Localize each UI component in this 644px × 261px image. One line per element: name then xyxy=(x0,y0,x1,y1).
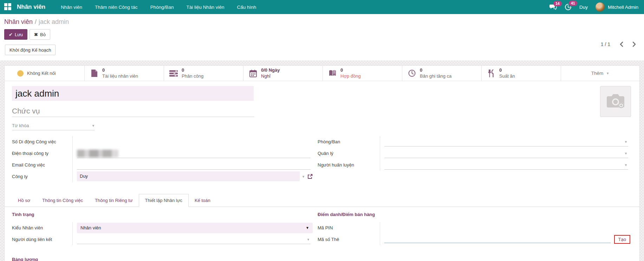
stat-button-documents[interactable]: 0Tài liệu nhân viên xyxy=(85,66,164,81)
tasks-icon xyxy=(169,70,178,77)
tab-work-information[interactable]: Thông tin Công việc xyxy=(36,194,89,207)
launch-plan-button[interactable]: Khởi động Kế hoạch xyxy=(5,45,56,55)
stat-button-time-off[interactable]: 0/0 NgàyNghỉ xyxy=(243,66,323,81)
status-group-title: Tình trạng xyxy=(12,212,313,217)
status-dot-icon xyxy=(17,70,24,77)
pager-value: 1 / 1 xyxy=(601,41,610,47)
apps-grid-icon[interactable] xyxy=(4,3,12,11)
left-field-group: Số Di động Công việc Điện thoại công ty … xyxy=(12,136,313,182)
employee-form-page: Nhân viên Nhân viên Thâm niên Công tác P… xyxy=(0,0,644,261)
camera-icon xyxy=(606,93,625,110)
caret-down-icon: ▼ xyxy=(624,152,627,155)
notebook-tabs: Hồ sơ Thông tin Công việc Thông tin Riên… xyxy=(5,193,639,207)
work-email-label: Email Công việc xyxy=(12,162,72,168)
coach-label: Người huấn luyện xyxy=(318,162,380,168)
coach-input[interactable]: ▼ xyxy=(380,159,628,171)
department-input[interactable]: ▼ xyxy=(380,136,628,148)
messages-badge: 14 xyxy=(553,1,562,6)
badge-id-input[interactable]: Tạo xyxy=(380,234,630,245)
attendance-pos-group-title: Điểm danh/Điểm bán hàng xyxy=(318,212,630,217)
breadcrumb-parent[interactable]: Nhân viên xyxy=(4,18,33,25)
attendance-pos-group: Điểm danh/Điểm bán hàng Mã PIN Mã số Thẻ… xyxy=(318,212,630,245)
tags-input[interactable]: Từ khóa▼ xyxy=(12,121,95,130)
discard-button[interactable]: ✖Bỏ xyxy=(30,29,50,40)
main-menu: Nhân viên Thâm niên Công tác Phòng/Ban T… xyxy=(56,1,261,13)
close-icon: ✖ xyxy=(34,32,38,37)
department-label: Phòng/Ban xyxy=(318,139,380,144)
right-field-group: Phòng/Ban ▼ Quản lý ▼ Người huấn luyện xyxy=(318,136,628,171)
employee-type-select[interactable]: Nhân viên▼ xyxy=(72,222,313,234)
app-title[interactable]: Nhân viên xyxy=(17,4,45,11)
tab-resume[interactable]: Hồ sơ xyxy=(12,194,36,207)
related-user-label: Người dùng liên kết xyxy=(12,237,72,242)
user-menu[interactable]: Mitchell Admin xyxy=(596,2,638,12)
pager: 1 / 1 xyxy=(601,41,636,47)
messages-button[interactable]: 14 xyxy=(549,4,557,10)
caret-down-icon[interactable]: ▼ xyxy=(302,175,305,178)
work-phone-input[interactable] xyxy=(72,148,313,159)
mobile-label: Số Di động Công việc xyxy=(12,139,72,144)
external-link-icon[interactable] xyxy=(307,174,313,179)
content-area: Không Kết nối 0Tài liệu nhân viên 0Phân … xyxy=(0,60,644,261)
tab-accounting[interactable]: Kế toán xyxy=(189,194,216,207)
caret-down-icon: ▼ xyxy=(92,124,95,128)
breadcrumb: Nhân viên/jack admin xyxy=(0,14,644,26)
breadcrumb-current: jack admin xyxy=(39,18,69,25)
company-field[interactable]: Duy ▼ xyxy=(72,171,313,182)
chevron-down-icon: ▼ xyxy=(306,226,309,230)
generate-badge-button[interactable]: Tạo xyxy=(614,235,630,244)
clock-icon xyxy=(407,70,416,77)
menu-item-configuration[interactable]: Cấu hình xyxy=(232,1,261,13)
redacted-phone-value xyxy=(77,150,118,157)
job-position-input[interactable]: Chức vụ xyxy=(12,105,254,117)
check-icon: ✔ xyxy=(9,32,13,37)
user-name: Mitchell Admin xyxy=(608,5,638,10)
stat-more-dropdown[interactable]: Thêm▼ xyxy=(561,66,639,81)
document-icon xyxy=(90,69,99,77)
menu-item-departments[interactable]: Phòng/Ban xyxy=(145,1,179,13)
stat-button-planning[interactable]: 0Phân công xyxy=(164,66,243,81)
statusbar: Không Kết nối 0Tài liệu nhân viên 0Phân … xyxy=(5,66,639,81)
activities-button[interactable]: 41 xyxy=(565,4,572,11)
status-group: Tình trạng Kiểu Nhân viên Nhân viên▼ Ngư… xyxy=(12,212,313,245)
payroll-group-title: Bảng lương xyxy=(12,257,38,261)
menu-item-employees[interactable]: Nhân viên xyxy=(56,1,87,13)
company-label: Công ty xyxy=(12,174,72,179)
company-switcher[interactable]: Duy xyxy=(579,5,588,10)
calendar-icon xyxy=(248,70,258,77)
mobile-input[interactable] xyxy=(72,136,313,148)
connection-status: Không Kết nối xyxy=(5,66,85,81)
caret-down-icon: ▼ xyxy=(624,163,627,167)
badge-id-label: Mã số Thẻ xyxy=(318,237,380,242)
breadcrumb-separator: / xyxy=(33,18,39,25)
employee-type-label: Kiểu Nhân viên xyxy=(12,225,72,230)
book-icon xyxy=(328,70,337,77)
form-sheet: Không Kết nối 0Tài liệu nhân viên 0Phân … xyxy=(4,65,640,261)
photo-upload-box[interactable] xyxy=(600,86,631,117)
control-panel: Nhân viên/jack admin ✔Lưu ✖Bỏ 1 / 1 Khởi… xyxy=(0,14,644,60)
save-button[interactable]: ✔Lưu xyxy=(4,29,27,40)
pin-label: Mã PIN xyxy=(318,225,380,230)
company-value[interactable]: Duy xyxy=(77,171,300,181)
user-avatar xyxy=(596,2,605,12)
manager-input[interactable]: ▼ xyxy=(380,148,628,159)
chevron-left-icon[interactable] xyxy=(619,41,623,47)
pin-input[interactable] xyxy=(380,222,630,234)
menu-item-documents[interactable]: Tài liệu Nhân viên xyxy=(181,1,229,13)
chevron-right-icon[interactable] xyxy=(632,41,636,47)
stat-button-overtime[interactable]: 0Bản ghi tăng ca xyxy=(402,66,482,81)
activities-badge: 41 xyxy=(569,1,577,6)
caret-down-icon: ▼ xyxy=(307,238,310,241)
menu-item-seniority[interactable]: Thâm niên Công tác xyxy=(90,1,143,13)
connection-label: Không Kết nối xyxy=(27,71,56,76)
caret-down-icon: ▼ xyxy=(624,140,627,144)
stat-button-meals[interactable]: 0Suất ăn xyxy=(482,66,561,81)
top-navbar: Nhân viên Nhân viên Thâm niên Công tác P… xyxy=(0,0,644,14)
stat-button-contracts[interactable]: 0Hợp đồng xyxy=(323,66,402,81)
tab-hr-settings[interactable]: Thiết lập Nhân lực xyxy=(139,194,189,207)
work-email-input[interactable] xyxy=(72,159,313,171)
tab-private-information[interactable]: Thông tin Riêng tư xyxy=(89,194,139,207)
work-phone-label: Điện thoại công ty xyxy=(12,151,72,156)
related-user-input[interactable]: ▼ xyxy=(72,234,313,245)
employee-name-input[interactable]: jack admin xyxy=(12,86,254,101)
